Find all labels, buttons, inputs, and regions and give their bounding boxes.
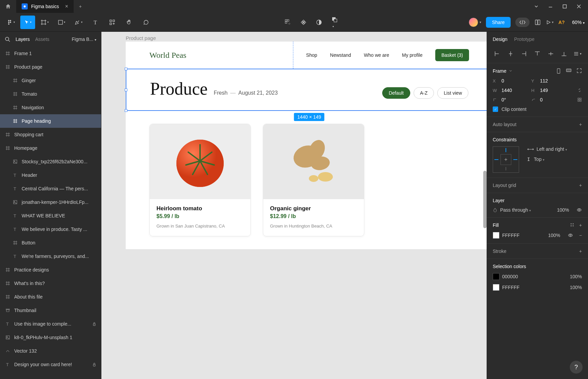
width-input[interactable]: 1440 bbox=[501, 88, 529, 93]
align-right-icon[interactable] bbox=[519, 49, 528, 58]
blend-mode-select[interactable]: Pass through ▾ bbox=[500, 207, 531, 213]
layer-row[interactable]: Thumbnail bbox=[0, 304, 101, 317]
selection-swatch[interactable] bbox=[493, 284, 499, 291]
layer-row[interactable]: Practice designs bbox=[0, 263, 101, 277]
layer-row[interactable]: TCentral California — The pers... bbox=[0, 182, 101, 195]
layer-row[interactable]: Product page bbox=[0, 60, 101, 74]
add-stroke-icon[interactable]: + bbox=[579, 248, 582, 254]
fill-hex-input[interactable]: FFFFFF bbox=[502, 233, 519, 238]
constraint-v-select[interactable]: I Top ▾ bbox=[527, 157, 567, 162]
hand-tool[interactable] bbox=[122, 16, 137, 29]
pill-default[interactable]: Default bbox=[382, 87, 410, 99]
selection-handle[interactable] bbox=[125, 109, 127, 112]
selection-handle[interactable] bbox=[125, 68, 127, 70]
add-auto-layout-icon[interactable]: + bbox=[579, 122, 582, 127]
lock-icon[interactable] bbox=[92, 322, 96, 326]
layers-tab[interactable]: Layers bbox=[16, 37, 30, 42]
resources-tool[interactable] bbox=[105, 16, 120, 29]
add-layout-grid-icon[interactable]: + bbox=[579, 183, 582, 188]
fill-styles-icon[interactable] bbox=[570, 222, 574, 228]
align-hcenter-icon[interactable] bbox=[506, 49, 515, 58]
close-window-icon[interactable] bbox=[577, 4, 581, 9]
align-top-icon[interactable] bbox=[533, 49, 542, 58]
corner-radius-input[interactable]: 0 bbox=[540, 97, 567, 102]
prototype-tab[interactable]: Prototype bbox=[514, 37, 535, 42]
x-input[interactable]: 0 bbox=[501, 78, 529, 84]
layer-row[interactable]: Button bbox=[0, 236, 101, 250]
fill-visibility-icon[interactable] bbox=[568, 233, 573, 238]
orientation-portrait-icon[interactable] bbox=[556, 68, 561, 74]
layer-row[interactable]: Page heading bbox=[0, 114, 101, 128]
page-selector[interactable]: Figma B... ▾ bbox=[72, 37, 96, 42]
layer-row[interactable]: jonathan-kemper-1HHrdIoLFp... bbox=[0, 195, 101, 209]
nav-link[interactable]: My profile bbox=[402, 52, 423, 58]
link-dimensions-icon[interactable] bbox=[577, 88, 582, 93]
selection-swatch[interactable] bbox=[493, 273, 499, 280]
help-button[interactable]: ? bbox=[570, 361, 583, 374]
frame-label[interactable]: Product page bbox=[126, 35, 156, 41]
play-icon[interactable]: ▾ bbox=[546, 20, 554, 25]
missing-fonts-icon[interactable]: A? bbox=[558, 20, 565, 25]
shape-tool[interactable]: ▾ bbox=[54, 16, 69, 29]
pill-list[interactable]: List view bbox=[437, 87, 468, 99]
layer-visibility-icon[interactable] bbox=[577, 207, 582, 213]
main-menu-button[interactable]: ▾ bbox=[3, 16, 18, 29]
layer-row[interactable]: k8-0_fkPHulv-M-unsplash 1 bbox=[0, 331, 101, 344]
align-bottom-icon[interactable] bbox=[560, 49, 568, 58]
layer-row[interactable]: TWe believe in produce. Tasty ... bbox=[0, 222, 101, 236]
layer-row[interactable]: Shopping cart bbox=[0, 128, 101, 141]
canvas[interactable]: Product page World Peas Shop Newstand Wh… bbox=[101, 32, 487, 379]
maximize-icon[interactable] bbox=[562, 4, 567, 9]
close-tab-icon[interactable]: × bbox=[65, 3, 68, 9]
component-icon[interactable] bbox=[300, 19, 307, 26]
pen-tool[interactable]: ▾ bbox=[71, 16, 86, 29]
pill-az[interactable]: A-Z bbox=[414, 87, 434, 99]
user-avatar[interactable]: ▾ bbox=[469, 18, 481, 27]
dev-mode-button[interactable] bbox=[515, 18, 530, 27]
home-button[interactable] bbox=[0, 0, 16, 13]
comment-tool[interactable] bbox=[139, 16, 153, 29]
layer-row[interactable]: Tomato bbox=[0, 87, 101, 101]
align-left-icon[interactable] bbox=[493, 49, 501, 58]
layer-row[interactable]: THeader bbox=[0, 168, 101, 182]
nav-link[interactable]: Who we are bbox=[364, 52, 389, 58]
layer-row[interactable]: TWe're farmers, purveyors, and... bbox=[0, 250, 101, 263]
boolean-icon[interactable]: ▾ bbox=[331, 16, 338, 28]
resize-fit-icon[interactable] bbox=[577, 68, 582, 74]
move-tool[interactable]: ▾ bbox=[20, 16, 35, 29]
chevron-down-icon[interactable] bbox=[534, 4, 539, 9]
scrollbar[interactable] bbox=[483, 171, 487, 228]
align-vcenter-icon[interactable] bbox=[546, 49, 555, 58]
constraints-widget[interactable]: + bbox=[493, 146, 519, 173]
layer-row[interactable]: TUse this image to comple... bbox=[0, 317, 101, 331]
minimize-icon[interactable] bbox=[548, 4, 553, 9]
constraint-h-select[interactable]: ⟷ Left and right ▾ bbox=[527, 146, 567, 152]
layer-row[interactable]: Ginger bbox=[0, 74, 101, 87]
fill-opacity-input[interactable]: 100% bbox=[548, 233, 560, 238]
orientation-landscape-icon[interactable] bbox=[566, 68, 572, 74]
layer-row[interactable]: Homepage bbox=[0, 141, 101, 155]
frame-tool[interactable]: ▾ bbox=[37, 16, 52, 29]
library-icon[interactable] bbox=[534, 19, 541, 26]
add-fill-icon[interactable]: + bbox=[579, 222, 582, 228]
new-tab-button[interactable]: + bbox=[74, 4, 87, 9]
search-icon[interactable] bbox=[5, 37, 10, 42]
layer-row[interactable]: Navigation bbox=[0, 101, 101, 114]
layer-row[interactable]: Frame 1 bbox=[0, 47, 101, 60]
fill-swatch[interactable] bbox=[493, 232, 499, 239]
layout-grid-icon[interactable] bbox=[285, 19, 291, 26]
design-tab[interactable]: Design bbox=[493, 37, 508, 42]
nav-link[interactable]: Shop bbox=[306, 52, 317, 58]
assets-tab[interactable]: Assets bbox=[35, 37, 49, 42]
zoom-level[interactable]: 60% ▾ bbox=[572, 20, 585, 25]
height-input[interactable]: 149 bbox=[540, 88, 567, 93]
layer-row[interactable]: Vector 132 bbox=[0, 344, 101, 358]
corner-details-icon[interactable] bbox=[577, 97, 582, 102]
share-button[interactable]: Share bbox=[486, 17, 511, 28]
clip-content-checkbox[interactable]: ✓ bbox=[493, 106, 498, 112]
layer-row[interactable]: Stocksy_txp226f62b2aNe300... bbox=[0, 155, 101, 168]
layer-row[interactable]: What's in this? bbox=[0, 277, 101, 290]
layer-row[interactable]: TDesign your own card here! bbox=[0, 358, 101, 371]
layer-row[interactable]: TWHAT WE BELIEVE bbox=[0, 209, 101, 222]
layer-opacity-input[interactable]: 100% bbox=[557, 207, 569, 213]
